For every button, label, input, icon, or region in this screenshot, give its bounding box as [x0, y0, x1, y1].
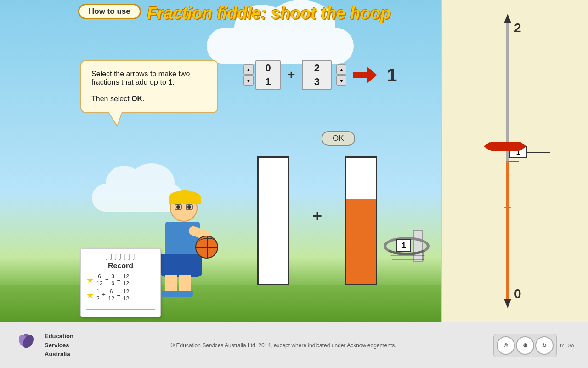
record-star-1: ★ — [86, 275, 94, 285]
fraction1-numerator: 0 — [265, 63, 271, 74]
spiral-mark-2: ∫ — [111, 253, 113, 260]
footer-copyright: © Education Services Australia Ltd, 2014… — [83, 342, 484, 349]
how-to-use-button[interactable]: How to use — [78, 4, 141, 19]
character-glasses-right — [186, 204, 193, 210]
fraction2-line — [306, 75, 327, 75]
ruler-mid-tick — [509, 161, 519, 162]
spiral-mark-3: ∫ — [115, 253, 117, 260]
record-star-2: ★ — [86, 290, 94, 300]
spiral-decoration: ∫ ∫ ∫ ∫ ∫ ∫ ∫ — [86, 253, 155, 260]
character-hair — [169, 190, 201, 204]
character-skirt — [161, 254, 202, 277]
hoop-label: 1 — [396, 239, 411, 252]
character-shoe-left — [162, 291, 178, 297]
footer-logo: EducationServicesAustralia — [14, 332, 74, 359]
page-title: Fraction fiddle: shoot the hoop — [147, 4, 390, 23]
record-title: Record — [86, 262, 155, 270]
record-eq-2: 12 + 612 = 1212 — [96, 289, 130, 301]
cc-by-icon: ⊕ — [516, 336, 534, 355]
fraction-bar-2 — [345, 156, 377, 285]
record-book: ∫ ∫ ∫ ∫ ∫ ∫ ∫ Record ★ 612 + 36 = 1212 — [80, 248, 161, 317]
ruler-label-2: 2 — [514, 21, 521, 35]
ruler-arrow-top — [504, 14, 511, 23]
fraction2-display: 2 3 — [302, 60, 332, 90]
character — [156, 194, 216, 286]
record-row-1: ★ 612 + 36 = 1212 — [86, 274, 155, 286]
basketball — [195, 236, 218, 259]
instruction-text: Select the arrows to make two fractions … — [91, 70, 190, 103]
cc-sa-label: SA — [568, 343, 574, 348]
ruler-arrow-bottom — [504, 299, 511, 308]
fraction-bars: + — [257, 156, 377, 285]
esa-logo-icon — [14, 333, 39, 358]
cc-license-badge: © ⊕ ↻ BY SA — [493, 334, 574, 357]
slider-body — [490, 142, 520, 151]
spiral-mark-7: ∫ — [133, 253, 135, 260]
footer-org-name: EducationServicesAustralia — [45, 332, 74, 359]
slider-left-arrow — [484, 142, 490, 151]
record-line-2 — [86, 309, 155, 310]
arrow-head — [367, 67, 377, 83]
cc-sa-icon: ↻ — [535, 336, 554, 355]
result-value: 1 — [387, 65, 397, 86]
ruler-fill-separator — [504, 207, 511, 208]
ruler-label-0: 0 — [514, 287, 521, 301]
ok-button[interactable]: OK — [322, 131, 355, 146]
fraction2-arrows: ▲ ▼ — [336, 64, 346, 86]
cloud-1 — [207, 28, 354, 64]
record-line-1 — [86, 305, 155, 305]
fraction2-down[interactable]: ▼ — [336, 75, 346, 86]
ruler-fill-bar — [506, 161, 509, 299]
arrow-body — [353, 72, 367, 78]
ruler-slider — [484, 142, 526, 151]
ball-arc — [198, 238, 217, 247]
spiral-mark-1: ∫ — [106, 253, 108, 260]
ground — [0, 285, 441, 322]
red-arrow — [353, 67, 377, 83]
fraction1-display: 0 1 — [255, 60, 281, 90]
character-head — [170, 194, 198, 222]
cc-icon: © — [497, 336, 515, 355]
record-eq-1: 612 + 36 = 1212 — [96, 274, 130, 286]
ruler-panel: 2 0 1 — [441, 0, 588, 322]
red-arrow-shape — [353, 67, 377, 83]
ruler-track — [506, 23, 509, 299]
plus-sign-1: + — [288, 68, 295, 82]
character-glasses-left — [175, 204, 182, 210]
fraction-bar-separator — [346, 242, 376, 242]
fraction-controls: ▲ ▼ 0 1 + 2 3 ▲ ▼ — [243, 60, 397, 90]
character-leg-right — [179, 275, 191, 293]
fraction2-up[interactable]: ▲ — [336, 64, 346, 75]
record-row-2: ★ 12 + 612 = 1212 — [86, 289, 155, 301]
fraction-bar-1 — [257, 156, 289, 285]
fraction2-numerator: 2 — [314, 63, 320, 74]
app: How to use Fraction fiddle: shoot the ho… — [0, 0, 588, 368]
spiral-mark-4: ∫ — [120, 253, 122, 260]
bar-plus-sign: + — [312, 207, 322, 226]
fraction1-numerator-up[interactable]: ▲ — [243, 64, 254, 75]
slider-right-arrow — [520, 142, 526, 151]
character-leg-left — [165, 275, 177, 293]
fraction2-denominator: 3 — [314, 76, 320, 87]
fraction1-numerator-arrows: ▲ ▼ — [243, 60, 254, 90]
ruler-mid-line — [527, 152, 550, 153]
cc-by-label: BY — [558, 343, 564, 348]
fraction1-numerator-down[interactable]: ▼ — [243, 75, 254, 86]
fraction1-denominator: 1 — [265, 76, 271, 87]
spiral-mark-5: ∫ — [124, 253, 126, 260]
game-area: How to use Fraction fiddle: shoot the ho… — [0, 0, 588, 322]
spiral-mark-6: ∫ — [129, 253, 130, 260]
fraction1-line — [260, 75, 276, 75]
footer: EducationServicesAustralia © Education S… — [0, 322, 588, 368]
instruction-box: Select the arrows to make two fractions … — [80, 60, 218, 113]
character-shoe-right — [177, 291, 193, 297]
fraction1-spinner: ▲ ▼ 0 1 — [243, 60, 281, 90]
ruler-container: 2 0 1 — [497, 14, 533, 308]
